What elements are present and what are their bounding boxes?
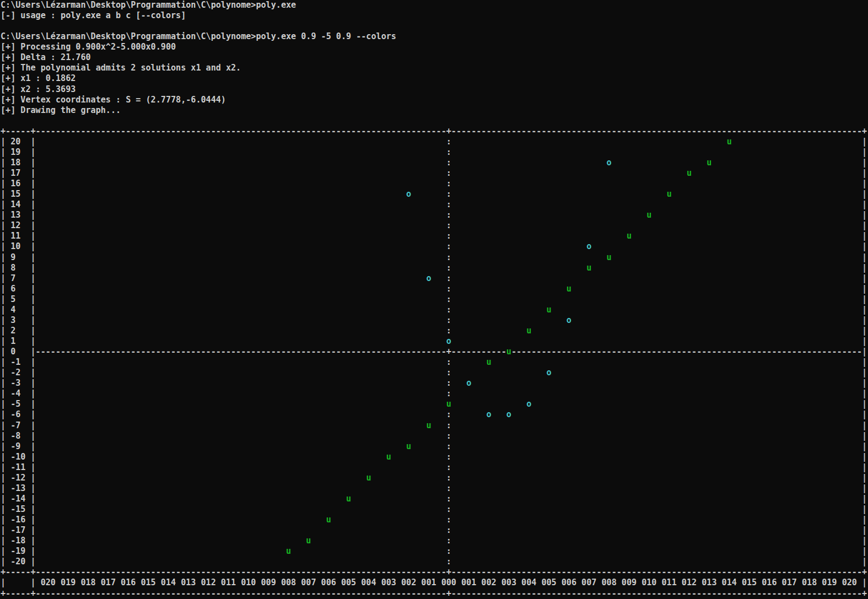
graph-row-y20: | 20 | : u | — [1, 137, 868, 147]
graph-row-y15: | 15 | o : u | — [1, 189, 868, 199]
derivative-point: u — [506, 347, 511, 357]
graph-row-y-7: | -7 | u : | — [1, 420, 868, 431]
graph-row-y-4: | -4 | : | — [1, 388, 868, 399]
graph-final-border: +-----+---------------------------------… — [1, 589, 868, 599]
graph-row-y10: | 10 | : o | — [1, 241, 868, 252]
graph-row-y7: | 7 | o : | — [1, 273, 868, 284]
graph-row-y-2: | -2 | : o | — [1, 368, 868, 378]
graph-row-y-18: | -18 | u : | — [1, 536, 868, 546]
curve-point: o — [506, 409, 511, 419]
terminal-line-3: C:\Users\Lézarman\Desktop\Programmation\… — [1, 31, 868, 42]
derivative-point: u — [386, 452, 391, 462]
curve-point: o — [607, 158, 612, 168]
graph-row-y-10: | -10 | u : | — [1, 452, 868, 462]
graph-row-y-5: | -5 | u o | — [1, 399, 868, 409]
derivative-point: u — [306, 536, 311, 546]
graph-row-y1: | 1 | o | — [1, 336, 868, 347]
graph-row-y8: | 8 | : u | — [1, 263, 868, 273]
graph-top-border: +-----+---------------------------------… — [1, 126, 868, 137]
graph-row-y13: | 13 | : u | — [1, 210, 868, 220]
terminal-line-5: [+] Delta : 21.760 — [1, 52, 868, 63]
curve-point: o — [466, 378, 471, 388]
graph-row-y-15: | -15 | : | — [1, 504, 868, 515]
curve-point: o — [547, 368, 552, 377]
graph-row-y-14: | -14 | u : | — [1, 494, 868, 504]
graph-row-y-19: | -19 | u : | — [1, 546, 868, 557]
graph-row-y6: | 6 | : u | — [1, 284, 868, 294]
graph-row-y18: | 18 | : o u | — [1, 158, 868, 168]
curve-point: o — [567, 315, 572, 325]
derivative-point: u — [687, 168, 692, 178]
graph-row-y3: | 3 | : o | — [1, 315, 868, 326]
curve-point: o — [586, 241, 591, 251]
graph-row-y-17: | -17 | : | — [1, 525, 868, 536]
graph-row-y-13: | -13 | : | — [1, 483, 868, 494]
graph-row-y9: | 9 | : u | — [1, 252, 868, 263]
graph-bottom-border: +-----+---------------------------------… — [1, 567, 868, 578]
curve-point: o — [426, 273, 431, 283]
graph-x-axis-labels: | | 020 019 018 017 016 015 014 013 012 … — [1, 578, 868, 588]
curve-point: o — [446, 336, 451, 346]
terminal-line-10: [+] Drawing the graph... — [1, 105, 868, 116]
graph-row-y-11: | -11 | : | — [1, 462, 868, 473]
graph-row-y14: | 14 | : | — [1, 199, 868, 210]
graph-row-y-1: | -1 | : u | — [1, 357, 868, 368]
graph-row-y-9: | -9 | u : | — [1, 441, 868, 452]
graph-row-y-6: | -6 | : o o | — [1, 409, 868, 420]
terminal-line-11 — [1, 116, 868, 126]
terminal-line-2 — [1, 21, 868, 31]
graph-row-y-20: | -20 | : | — [1, 557, 868, 567]
derivative-point: u — [286, 546, 291, 556]
graph-row-y17: | 17 | : u | — [1, 168, 868, 179]
graph-row-y-8: | -8 | : | — [1, 431, 868, 441]
derivative-point: u — [727, 137, 732, 147]
derivative-point: u — [446, 399, 451, 409]
terminal-line-4: [+] Processing 0.900x^2-5.000x0.900 — [1, 42, 868, 52]
derivative-point: u — [486, 357, 491, 367]
derivative-point: u — [627, 231, 632, 241]
derivative-point: u — [667, 189, 672, 199]
terminal-line-9: [+] Vertex coordinates : S = (2.7778,-6.… — [1, 95, 868, 105]
terminal-line-1: [-] usage : poly.exe a b c [--colors] — [1, 10, 868, 21]
graph-row-y5: | 5 | : | — [1, 294, 868, 305]
graph-row-y-12: | -12 | u : | — [1, 473, 868, 483]
derivative-point: u — [426, 420, 431, 430]
derivative-point: u — [607, 252, 612, 262]
derivative-point: u — [526, 326, 531, 336]
derivative-point: u — [567, 284, 572, 294]
derivative-point: u — [586, 263, 591, 273]
graph-row-y19: | 19 | : | — [1, 147, 868, 158]
curve-point: o — [486, 409, 491, 419]
derivative-point: u — [406, 441, 411, 451]
graph-row-y2: | 2 | : u | — [1, 326, 868, 336]
derivative-point: u — [346, 494, 351, 504]
derivative-point: u — [547, 305, 552, 315]
graph-row-y-16: | -16 | u : | — [1, 515, 868, 525]
graph-row-y0: | 0 |-----------------------------------… — [1, 347, 868, 357]
terminal-line-7: [+] x1 : 0.1862 — [1, 73, 868, 84]
graph-row-y11: | 11 | : u | — [1, 231, 868, 241]
terminal-screen: C:\Users\Lézarman\Desktop\Programmation\… — [0, 0, 868, 599]
curve-point: o — [526, 399, 531, 409]
derivative-point: u — [326, 515, 331, 525]
terminal-line-6: [+] The polynomial admits 2 solutions x1… — [1, 63, 868, 73]
terminal-line-0: C:\Users\Lézarman\Desktop\Programmation\… — [1, 0, 868, 10]
derivative-point: u — [366, 473, 371, 483]
terminal-window: C:\Users\Lézarman\Desktop\Programmation\… — [0, 0, 868, 599]
graph-row-y4: | 4 | : u | — [1, 305, 868, 315]
derivative-point: u — [707, 158, 711, 168]
graph-row-y16: | 16 | : | — [1, 179, 868, 189]
curve-point: o — [406, 189, 411, 199]
graph-row-y-3: | -3 | : o | — [1, 378, 868, 388]
graph-row-y12: | 12 | : | — [1, 220, 868, 231]
terminal-line-8: [+] x2 : 5.3693 — [1, 84, 868, 95]
derivative-point: u — [646, 210, 651, 220]
